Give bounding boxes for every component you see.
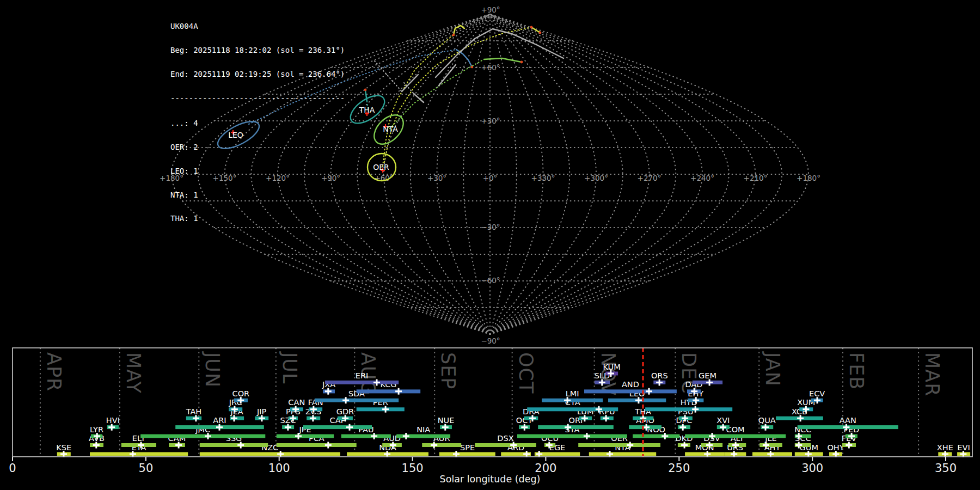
shower-bar-DSX: [475, 443, 536, 447]
longitude-label: +330°: [531, 174, 555, 182]
longitude-label: +270°: [638, 174, 661, 182]
shower-bar-JMC: [140, 434, 265, 438]
OER-meteor-2-trail: [384, 27, 531, 162]
OER-meteor-2-endpoint: [539, 32, 542, 34]
shower-bar-ERI: [325, 381, 399, 384]
shower-bar-PCA: [277, 443, 357, 447]
observation-end: End: 20251119 02:19:25 (sol = 236.64°): [170, 70, 345, 78]
shower-bar-AUR: [422, 443, 461, 447]
shower-bar-COM: [685, 434, 786, 438]
station-id: UK004A: [170, 22, 345, 30]
longitude-label: +180°: [797, 174, 820, 182]
shower-label-DSX: DSX: [497, 434, 513, 443]
month-label-OCT: OCT: [515, 352, 537, 394]
axis-tick-label: 250: [668, 462, 690, 475]
shower-bar-PER: [357, 407, 405, 411]
latitude-label: +90°: [481, 5, 500, 14]
peak-marker-KCG: [395, 388, 402, 395]
shower-label-GDR: GDR: [336, 407, 354, 416]
axis-tick-label: 200: [535, 462, 556, 475]
shower-label-HVI: HVI: [106, 416, 120, 425]
count-nta: NTA: 1: [170, 191, 345, 199]
plot-canvas: +180°+150°+120°+90°+60°+30°+0°+330°+300°…: [0, 0, 980, 490]
OER-meteor-1-track: [454, 26, 464, 35]
station-info-block: UK004A Beg: 20251118 18:22:02 (sol = 236…: [170, 7, 345, 238]
peak-marker-RPU: [603, 415, 609, 421]
peak-marker-SSG: [237, 442, 244, 449]
shower-label-EVI: EVI: [957, 443, 970, 452]
shower-label-LYR: LYR: [90, 425, 103, 434]
peak-marker-XVI: [720, 424, 726, 431]
latitude-label: −30°: [481, 223, 500, 231]
peak-marker-SDA: [342, 397, 349, 403]
shower-bar-PAU: [341, 434, 391, 438]
peak-marker-XCB: [797, 415, 804, 421]
longitude-label: +210°: [744, 174, 768, 182]
count-sporadic: ...: 4: [170, 119, 345, 127]
shower-label-ARI: ARI: [213, 416, 226, 425]
OER-meteor-2-endpoint: [530, 26, 533, 29]
shower-bar-CTA: [527, 407, 618, 411]
shower-label-OHY: OHY: [827, 443, 844, 452]
shower-label-NUE: NUE: [438, 416, 455, 425]
latitude-label: +30°: [481, 117, 500, 125]
peak-marker-NUE: [442, 424, 449, 431]
peak-marker-TAH: [193, 415, 199, 421]
chart-border: [13, 348, 972, 457]
month-label-MAR: MAR: [921, 352, 943, 396]
shower-label-KSE: KSE: [56, 443, 71, 452]
axis-tick-label: 150: [402, 462, 424, 475]
longitude-label: +0°: [483, 174, 498, 182]
peak-marker-AVB: [93, 442, 100, 449]
longitude-label: +240°: [690, 174, 714, 182]
shower-label-COR: COR: [232, 389, 250, 398]
THA-meteor-endpoint: [364, 89, 367, 91]
latitude-label: +60°: [481, 63, 500, 72]
peak-marker-FEV: [846, 442, 852, 449]
shower-bar-NOO: [633, 434, 679, 438]
peak-marker-AUR: [431, 442, 437, 449]
shower-label-XHE: XHE: [937, 443, 953, 452]
radiant-label-THA: THA: [359, 106, 375, 114]
peak-marker-DKD: [681, 442, 688, 449]
peak-marker-JMC: [205, 433, 211, 439]
shower-bar-HYD: [645, 407, 732, 411]
latitude-label: −90°: [481, 336, 500, 345]
peak-marker-NIA: [403, 433, 409, 439]
shower-label-CAN: CAN: [288, 398, 305, 407]
peak-marker-PER: [382, 406, 389, 413]
shower-label-TAH: TAH: [186, 407, 202, 416]
radiant-label-NTA: NTA: [383, 125, 398, 133]
month-label-JUN: JUN: [201, 351, 223, 388]
shower-label-AAN: AAN: [840, 416, 856, 425]
peak-marker-ORS: [656, 379, 663, 385]
peak-marker-JXA: [325, 388, 332, 395]
sporadic-4-track: [414, 94, 424, 102]
peak-marker-HVI: [108, 424, 115, 431]
peak-marker-QUA: [762, 424, 769, 431]
radiant-label-OER: OER: [373, 163, 389, 171]
peak-marker-ARI: [216, 424, 223, 431]
shower-bar-KCG: [357, 389, 421, 393]
peak-marker-PCA: [325, 442, 332, 449]
peak-marker-JIP: [259, 415, 265, 421]
shower-label-SPE: SPE: [460, 443, 475, 452]
shower-label-ORS: ORS: [651, 371, 668, 380]
month-label-APR: APR: [43, 352, 65, 391]
shower-bar-LMI: [542, 399, 603, 402]
count-leo: LEO: 1: [170, 167, 345, 175]
observation-begin: Beg: 20251118 18:22:02 (sol = 236.31°): [170, 46, 345, 54]
shower-bar-CAP: [303, 425, 372, 429]
sporadic-3-track: [439, 65, 456, 85]
shower-bar-JPE: [277, 434, 334, 438]
peak-marker-LEO: [635, 397, 642, 403]
NTA-meteor-endpoint: [520, 61, 523, 64]
shower-bar-SDA: [315, 399, 399, 402]
shower-bar-NZC: [200, 452, 340, 456]
axis-tick-label: 50: [139, 462, 154, 475]
shower-label-XVI: XVI: [716, 416, 730, 425]
shower-label-JIP: JIP: [256, 407, 267, 416]
shower-label-GEM: GEM: [699, 371, 716, 380]
peak-marker-ZCS: [310, 415, 316, 421]
graticule-meridian: [490, 14, 650, 334]
